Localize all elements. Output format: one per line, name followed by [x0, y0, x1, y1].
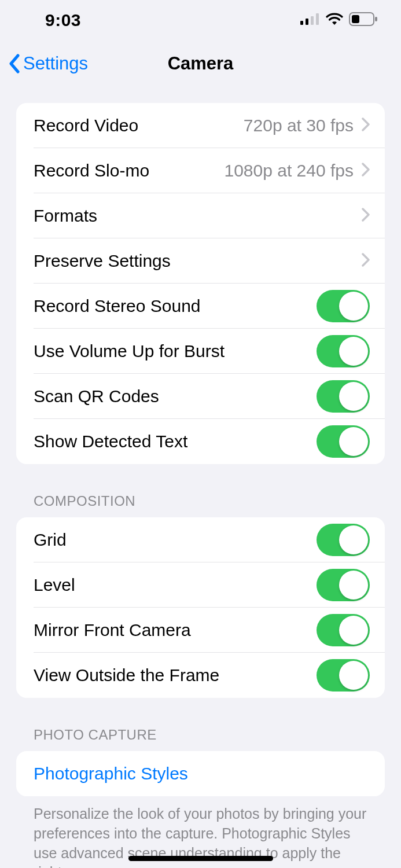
- chevron-left-icon: [8, 54, 21, 73]
- toggle-switch[interactable]: [317, 569, 370, 601]
- row-photographic-styles[interactable]: Photographic Styles: [16, 751, 385, 796]
- row-view-outside-frame[interactable]: View Outside the Frame: [16, 653, 385, 698]
- status-time: 9:03: [45, 10, 81, 30]
- toggle-switch[interactable]: [317, 659, 370, 692]
- row-label: Record Stereo Sound: [34, 296, 201, 316]
- svg-rect-2: [311, 16, 314, 25]
- row-label: Level: [34, 575, 75, 595]
- row-label: Use Volume Up for Burst: [34, 341, 225, 361]
- row-record-slomo[interactable]: Record Slo-mo1080p at 240 fps: [16, 148, 385, 193]
- row-label: Scan QR Codes: [34, 387, 159, 406]
- row-formats[interactable]: Formats: [16, 193, 385, 238]
- group-composition: GridLevelMirror Front CameraView Outside…: [16, 517, 385, 698]
- section-header-photo-capture: PHOTO CAPTURE: [16, 698, 385, 751]
- toggle-switch[interactable]: [317, 380, 370, 413]
- row-label: Record Video: [34, 116, 138, 135]
- row-volume-up-burst[interactable]: Use Volume Up for Burst: [16, 329, 385, 374]
- back-button[interactable]: Settings: [0, 53, 88, 74]
- cellular-icon: [300, 13, 320, 27]
- row-mirror-front-camera[interactable]: Mirror Front Camera: [16, 608, 385, 653]
- svg-rect-0: [300, 21, 303, 25]
- chevron-right-icon: [362, 208, 370, 224]
- row-preserve-settings[interactable]: Preserve Settings: [16, 238, 385, 284]
- status-bar: 9:03: [0, 0, 401, 41]
- battery-icon: [349, 12, 378, 28]
- wifi-icon: [326, 13, 343, 28]
- chevron-right-icon: [362, 163, 370, 179]
- back-label: Settings: [23, 53, 88, 74]
- chevron-right-icon: [362, 117, 370, 134]
- row-detail: 720p at 30 fps: [244, 116, 354, 135]
- row-label: Photographic Styles: [34, 764, 188, 784]
- nav-bar: Settings Camera: [0, 41, 401, 87]
- row-label: Show Detected Text: [34, 432, 187, 451]
- toggle-switch[interactable]: [317, 290, 370, 322]
- toggle-switch[interactable]: [317, 335, 370, 367]
- svg-rect-3: [316, 13, 319, 25]
- svg-rect-6: [375, 17, 377, 21]
- group-main: Record Video720p at 30 fpsRecord Slo-mo1…: [16, 103, 385, 464]
- row-label: Preserve Settings: [34, 251, 171, 271]
- row-label: Mirror Front Camera: [34, 620, 191, 640]
- row-show-detected-text[interactable]: Show Detected Text: [16, 419, 385, 464]
- svg-rect-1: [306, 19, 308, 25]
- row-scan-qr-codes[interactable]: Scan QR Codes: [16, 374, 385, 419]
- row-label: Formats: [34, 206, 97, 226]
- row-record-stereo-sound[interactable]: Record Stereo Sound: [16, 284, 385, 329]
- row-level[interactable]: Level: [16, 562, 385, 608]
- row-grid[interactable]: Grid: [16, 517, 385, 562]
- section-header-composition: COMPOSITION: [16, 464, 385, 517]
- row-detail: 1080p at 240 fps: [224, 161, 354, 181]
- status-icons: [300, 12, 378, 28]
- content: Record Video720p at 30 fpsRecord Slo-mo1…: [0, 87, 401, 868]
- toggle-switch[interactable]: [317, 425, 370, 458]
- toggle-switch[interactable]: [317, 614, 370, 646]
- row-label: Record Slo-mo: [34, 161, 149, 181]
- row-record-video[interactable]: Record Video720p at 30 fps: [16, 103, 385, 148]
- toggle-switch[interactable]: [317, 524, 370, 556]
- home-indicator: [128, 856, 273, 861]
- svg-rect-5: [352, 15, 359, 23]
- row-label: Grid: [34, 530, 67, 550]
- row-label: View Outside the Frame: [34, 665, 219, 685]
- group-photo-capture: Photographic Styles: [16, 751, 385, 796]
- chevron-right-icon: [362, 253, 370, 269]
